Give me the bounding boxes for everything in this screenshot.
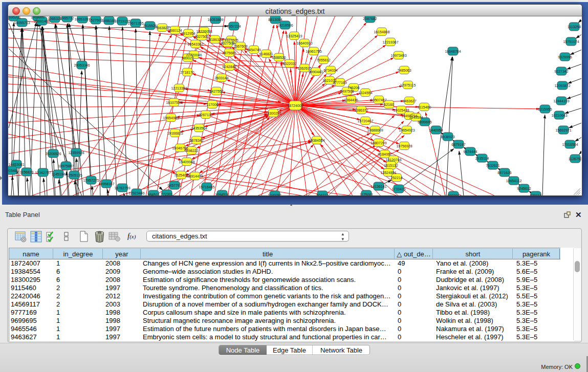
svg-text:984511: 984511 <box>148 193 160 195</box>
svg-text:1145194: 1145194 <box>52 172 66 176</box>
svg-text:2718170: 2718170 <box>180 71 194 74</box>
svg-text:19166825: 19166825 <box>167 132 183 135</box>
svg-text:8454749: 8454749 <box>247 48 260 52</box>
svg-text:10653287: 10653287 <box>74 17 90 21</box>
svg-text:1527602: 1527602 <box>89 18 102 22</box>
svg-text:117006: 117006 <box>207 103 219 106</box>
svg-text:9242848: 9242848 <box>222 65 236 69</box>
svg-text:2935114: 2935114 <box>475 157 489 160</box>
svg-text:15716485: 15716485 <box>199 185 214 189</box>
svg-text:1364436: 1364436 <box>344 98 358 102</box>
svg-text:1733426: 1733426 <box>391 187 405 191</box>
svg-text:15409948: 15409948 <box>179 160 194 164</box>
svg-text:10210643: 10210643 <box>551 114 567 117</box>
svg-text:14136141: 14136141 <box>371 185 386 188</box>
svg-text:10507487: 10507487 <box>371 98 386 102</box>
svg-text:12505135: 12505135 <box>66 173 82 177</box>
svg-text:9474444: 9474444 <box>463 150 477 154</box>
svg-text:9327508: 9327508 <box>221 41 234 45</box>
svg-text:1362615: 1362615 <box>297 67 311 70</box>
svg-text:2087682: 2087682 <box>363 17 377 20</box>
svg-text:16961755: 16961755 <box>306 50 321 53</box>
svg-text:7625402: 7625402 <box>174 173 188 177</box>
svg-text:989027: 989027 <box>182 56 193 60</box>
svg-text:9660124: 9660124 <box>168 29 182 32</box>
svg-text:772301: 772301 <box>161 192 172 195</box>
svg-text:15720407: 15720407 <box>357 119 373 123</box>
svg-text:9115460: 9115460 <box>418 105 431 109</box>
svg-text:7663822: 7663822 <box>155 26 169 30</box>
svg-text:7632621: 7632621 <box>486 164 499 167</box>
svg-text:18300295: 18300295 <box>265 112 281 115</box>
svg-text:1969201: 1969201 <box>31 16 45 19</box>
svg-text:2367608: 2367608 <box>233 45 247 48</box>
svg-text:19756928: 19756928 <box>396 144 412 148</box>
svg-text:16914479: 16914479 <box>187 174 203 178</box>
svg-text:992301: 992301 <box>447 194 459 195</box>
svg-text:1440954: 1440954 <box>429 128 443 132</box>
svg-text:12975115: 12975115 <box>400 83 416 87</box>
svg-text:8215955: 8215955 <box>538 107 552 111</box>
svg-text:7357224: 7357224 <box>227 25 241 28</box>
svg-text:18186328: 18186328 <box>207 38 223 41</box>
svg-text:6734024: 6734024 <box>323 69 337 72</box>
svg-text:1588520: 1588520 <box>272 56 286 59</box>
svg-text:8427552: 8427552 <box>209 90 223 93</box>
svg-text:904112: 904112 <box>317 193 329 195</box>
svg-text:62160: 62160 <box>384 103 394 106</box>
svg-text:9457791: 9457791 <box>167 184 181 187</box>
svg-text:1324554: 1324554 <box>358 91 372 95</box>
svg-text:20053346: 20053346 <box>74 63 90 67</box>
svg-text:12093872: 12093872 <box>554 84 570 87</box>
svg-text:7386372: 7386372 <box>354 108 368 112</box>
svg-text:1695201: 1695201 <box>8 16 21 19</box>
svg-text:19654985: 19654985 <box>163 116 179 120</box>
svg-text:10973493: 10973493 <box>390 54 406 57</box>
svg-text:1113254: 1113254 <box>568 25 581 29</box>
svg-text:16543362: 16543362 <box>187 42 203 46</box>
svg-text:1156829: 1156829 <box>20 170 34 174</box>
svg-text:870114: 870114 <box>530 194 542 195</box>
svg-text:16782759: 16782759 <box>114 186 130 190</box>
svg-text:3915481: 3915481 <box>8 169 19 172</box>
svg-text:12219367: 12219367 <box>382 40 398 44</box>
svg-text:1615132: 1615132 <box>384 164 398 167</box>
svg-text:14055713: 14055713 <box>14 21 30 25</box>
svg-text:19654923: 19654923 <box>399 128 415 132</box>
svg-text:14353504: 14353504 <box>191 126 207 130</box>
svg-text:17016504: 17016504 <box>562 143 578 146</box>
svg-text:16640910: 16640910 <box>296 41 312 45</box>
svg-text:10120746: 10120746 <box>385 158 401 162</box>
svg-text:13226058: 13226058 <box>196 30 212 33</box>
svg-text:10688609: 10688609 <box>367 128 383 132</box>
svg-text:16107558: 16107558 <box>166 101 182 104</box>
svg-text:8322037: 8322037 <box>282 62 296 65</box>
svg-text:7955812: 7955812 <box>316 58 330 62</box>
svg-text:1349594: 1349594 <box>409 116 423 119</box>
svg-text:9777169: 9777169 <box>333 81 346 84</box>
svg-text:20206526: 20206526 <box>45 152 61 156</box>
svg-text:10958167: 10958167 <box>98 182 114 186</box>
svg-text:19218506: 19218506 <box>277 24 293 27</box>
svg-text:1094510: 1094510 <box>215 193 229 195</box>
svg-text:16648784: 16648784 <box>445 50 461 53</box>
svg-text:9146821: 9146821 <box>259 52 273 56</box>
svg-text:18724007: 18724007 <box>287 104 303 107</box>
svg-text:3875685: 3875685 <box>222 51 236 55</box>
svg-text:18807299: 18807299 <box>371 141 386 145</box>
svg-text:9184067: 9184067 <box>378 152 391 156</box>
svg-text:19384554: 19384554 <box>309 139 324 142</box>
svg-text:17957275: 17957275 <box>83 179 99 182</box>
svg-text:9245612: 9245612 <box>517 187 531 190</box>
svg-text:5878342: 5878342 <box>189 139 203 142</box>
svg-text:10671355: 10671355 <box>127 21 143 25</box>
svg-text:8990443: 8990443 <box>309 70 322 74</box>
svg-text:12923446: 12923446 <box>128 191 144 195</box>
svg-text:1240091: 1240091 <box>268 193 281 195</box>
svg-text:9227342: 9227342 <box>554 70 568 73</box>
svg-text:8813054: 8813054 <box>268 18 282 21</box>
svg-text:14453081: 14453081 <box>8 163 24 166</box>
svg-text:1126753: 1126753 <box>569 157 581 161</box>
svg-text:8471626: 8471626 <box>497 171 511 174</box>
svg-text:6899695: 6899695 <box>418 120 431 124</box>
